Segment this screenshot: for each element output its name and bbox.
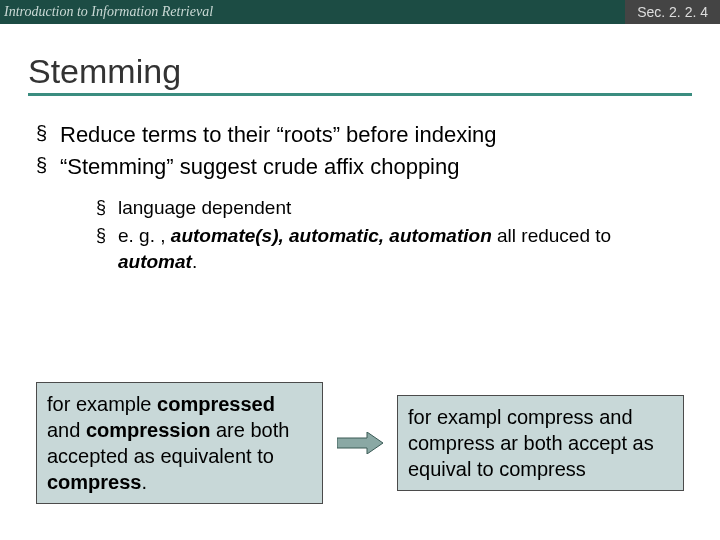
bullet-2b-em: automate(s), automatic, automation	[171, 225, 492, 246]
bullet-2a: language dependent	[96, 195, 684, 221]
title-area: Stemming	[0, 24, 720, 100]
ex-left-b1: compressed	[157, 393, 275, 415]
bullet-2b-pre: e. g. ,	[118, 225, 171, 246]
header-bar: Introduction to Information Retrieval Se…	[0, 0, 720, 24]
ex-left-pre: for example	[47, 393, 157, 415]
bullet-2-text: “Stemming” suggest crude affix chopping	[60, 154, 459, 179]
bullet-list: Reduce terms to their “roots” before ind…	[36, 120, 684, 274]
arrow-icon	[337, 432, 383, 454]
bullet-2b-em2: automat	[118, 251, 192, 272]
example-left-box: for example compressed and compression a…	[36, 382, 323, 504]
bullet-2b-post: .	[192, 251, 197, 272]
ex-left-b3: compress	[47, 471, 142, 493]
ex-left-post: .	[142, 471, 148, 493]
slide-content: Reduce terms to their “roots” before ind…	[0, 100, 720, 274]
example-right-box: for exampl compress and compress ar both…	[397, 395, 684, 491]
bullet-1: Reduce terms to their “roots” before ind…	[36, 120, 684, 150]
slide-title: Stemming	[28, 52, 692, 91]
course-name: Introduction to Information Retrieval	[0, 4, 213, 20]
sub-bullet-list: language dependent e. g. , automate(s), …	[60, 195, 684, 274]
bullet-2b-mid: all reduced to	[492, 225, 611, 246]
bullet-2b: e. g. , automate(s), automatic, automati…	[96, 223, 684, 274]
section-label: Sec. 2. 2. 4	[625, 0, 720, 24]
ex-left-mid1: and	[47, 419, 86, 441]
title-underline	[28, 93, 692, 96]
svg-marker-0	[337, 432, 383, 454]
ex-left-b2: compression	[86, 419, 210, 441]
bullet-2: “Stemming” suggest crude affix chopping …	[36, 152, 684, 275]
example-row: for example compressed and compression a…	[36, 382, 684, 504]
